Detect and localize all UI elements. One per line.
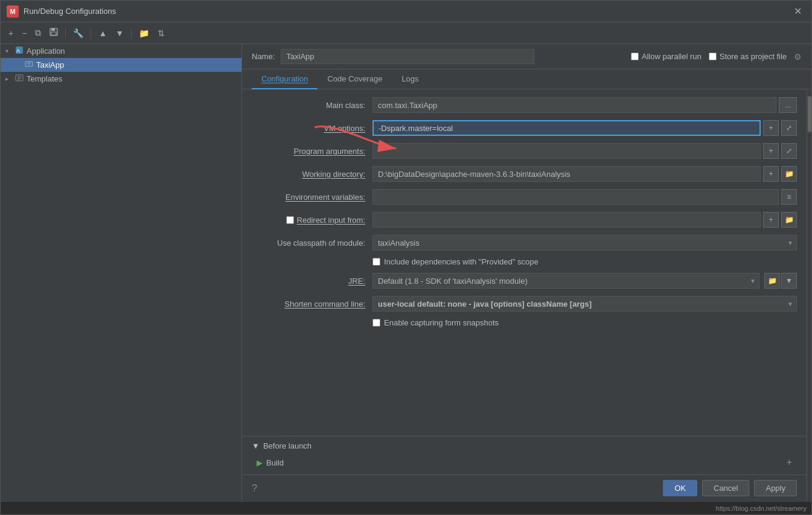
title-bar: M Run/Debug Configurations ✕	[1, 1, 811, 22]
sidebar-item-application[interactable]: ▾ A Application	[1, 44, 241, 58]
enable-snapshots-checkbox[interactable]	[372, 319, 380, 327]
main-class-label: Main class:	[252, 101, 372, 110]
expand-icon: ▾	[5, 48, 15, 54]
status-url: https://blog.csdn.net/streamery	[716, 505, 807, 512]
vm-options-expand-button[interactable]: +	[763, 120, 779, 136]
status-bar: https://blog.csdn.net/streamery	[1, 501, 811, 514]
sidebar-item-templates[interactable]: ▸ Templates	[1, 72, 241, 86]
app-icon: M	[7, 5, 19, 18]
program-args-input[interactable]	[372, 143, 761, 159]
sort-button[interactable]: ⇅	[155, 27, 168, 40]
classpath-wrap: taxiAnalysis ▼	[372, 235, 797, 251]
toolbar: + − ⧉ 🔧 ▲ ▼ 📁 ⇅	[1, 22, 811, 44]
jre-browse-button[interactable]: 📁	[764, 273, 780, 289]
program-args-expand-button[interactable]: +	[763, 143, 779, 159]
move-up-button[interactable]: ▲	[95, 27, 110, 40]
tab-logs[interactable]: Logs	[392, 69, 428, 89]
before-launch-header[interactable]: ▼ Before launch	[252, 441, 797, 450]
working-dir-expand-button[interactable]: +	[763, 166, 779, 182]
jre-wrap: Default (1.8 - SDK of 'taxiAnalysis' mod…	[372, 273, 797, 289]
vm-options-fullscreen-button[interactable]: ⤢	[781, 120, 797, 136]
vm-options-input[interactable]	[372, 120, 761, 136]
help-button[interactable]: ?	[252, 483, 257, 494]
tabs: Configuration Code Coverage Logs	[242, 69, 811, 89]
remove-config-button[interactable]: −	[19, 27, 30, 40]
working-dir-input[interactable]	[372, 166, 761, 182]
shorten-cmd-label: Shorten command line:	[252, 299, 372, 309]
jre-select[interactable]: Default (1.8 - SDK of 'taxiAnalysis' mod…	[372, 273, 759, 289]
enable-snapshots-row: Enable capturing form snapshots	[252, 318, 797, 327]
env-vars-wrap: ≡	[372, 189, 797, 205]
copy-config-button[interactable]: ⧉	[32, 26, 44, 40]
build-label: Build	[266, 458, 284, 467]
store-as-project-label[interactable]: Store as project file	[709, 52, 787, 61]
before-launch-label: Before launch	[263, 441, 312, 450]
classpath-select[interactable]: taxiAnalysis	[372, 235, 797, 251]
ok-button[interactable]: OK	[663, 480, 697, 496]
before-launch-section: ▼ Before launch ▶ Build +	[242, 436, 807, 475]
env-vars-input[interactable]	[372, 189, 779, 205]
jre-select-wrap: Default (1.8 - SDK of 'taxiAnalysis' mod…	[372, 273, 759, 289]
run-debug-dialog: M Run/Debug Configurations ✕ + − ⧉ 🔧 ▲ ▼…	[0, 0, 812, 515]
main-content: ▾ A Application ▸	[1, 44, 811, 501]
bottom-bar: ? OK Cancel Apply	[242, 475, 807, 501]
taxiapp-label: TaxiApp	[36, 60, 64, 69]
right-scrollbar[interactable]	[807, 89, 811, 501]
apply-button[interactable]: Apply	[754, 480, 797, 496]
jre-label: JRE:	[252, 277, 372, 286]
application-group-icon: A	[15, 46, 24, 56]
shorten-cmd-select-wrap: user-local default: none - java [options…	[372, 296, 797, 312]
sidebar: ▾ A Application ▸	[1, 44, 242, 501]
classpath-row: Use classpath of module: taxiAnalysis ▼	[252, 234, 797, 251]
gear-icon[interactable]: ⚙	[794, 52, 802, 62]
taxiapp-icon	[25, 60, 33, 70]
redirect-input-row: Redirect input from: + 📁	[252, 211, 797, 228]
tab-code-coverage[interactable]: Code Coverage	[318, 69, 392, 89]
save-config-button[interactable]	[46, 26, 61, 40]
allow-parallel-label[interactable]: Allow parallel run	[631, 52, 702, 61]
close-button[interactable]: ✕	[790, 4, 805, 18]
working-dir-label: Working directory:	[252, 170, 372, 179]
tab-configuration[interactable]: Configuration	[252, 69, 318, 89]
wrench-button[interactable]: 🔧	[70, 27, 86, 40]
env-vars-row: Environment variables: ≡	[252, 188, 797, 205]
jre-btns: 📁 ▼	[764, 273, 797, 289]
main-class-input[interactable]	[372, 97, 776, 113]
redirect-input-expand-button[interactable]: +	[763, 212, 779, 228]
before-launch-collapse-icon: ▼	[252, 441, 260, 450]
working-dir-wrap: + 📁	[372, 166, 797, 182]
form-area: Main class: ... VM options:	[242, 89, 807, 436]
jre-row: JRE: Default (1.8 - SDK of 'taxiAnalysis…	[252, 272, 797, 289]
name-input[interactable]	[281, 49, 534, 64]
vm-options-label: VM options:	[252, 124, 372, 133]
main-class-browse-button[interactable]: ...	[779, 97, 797, 113]
working-dir-browse-button[interactable]: 📁	[781, 166, 797, 182]
before-launch-item: ▶ Build +	[252, 455, 797, 470]
main-class-row: Main class: ...	[252, 97, 797, 114]
shorten-cmd-select[interactable]: user-local default: none - java [options…	[372, 296, 797, 312]
include-deps-checkbox[interactable]	[372, 258, 380, 266]
svg-text:A: A	[16, 48, 20, 54]
before-launch-add-button[interactable]: +	[787, 457, 792, 468]
jre-dropdown-button[interactable]: ▼	[781, 273, 797, 289]
main-class-wrap: ...	[372, 97, 797, 113]
classpath-label: Use classpath of module:	[252, 238, 372, 248]
sidebar-item-taxiapp[interactable]: ▸ TaxiApp	[1, 58, 241, 72]
store-as-project-checkbox[interactable]	[709, 53, 717, 60]
folder-button[interactable]: 📁	[136, 27, 152, 40]
allow-parallel-checkbox[interactable]	[631, 53, 639, 60]
redirect-input-wrap: + 📁	[372, 212, 797, 228]
header-right: Allow parallel run Store as project file…	[631, 52, 802, 62]
redirect-input-input[interactable]	[372, 212, 761, 228]
right-panel: Name: Allow parallel run Store as projec…	[242, 44, 811, 501]
cancel-button[interactable]: Cancel	[702, 480, 749, 496]
redirect-input-checkbox[interactable]	[286, 216, 294, 224]
env-vars-edit-button[interactable]: ≡	[781, 189, 797, 205]
redirect-input-browse-button[interactable]: 📁	[781, 212, 797, 228]
enable-snapshots-label: Enable capturing form snapshots	[384, 318, 499, 327]
program-args-fullscreen-button[interactable]: ⤢	[781, 143, 797, 159]
add-config-button[interactable]: +	[5, 27, 16, 40]
move-down-button[interactable]: ▼	[112, 27, 127, 40]
env-vars-label: Environment variables:	[252, 193, 372, 202]
templates-expand: ▸	[5, 75, 15, 82]
